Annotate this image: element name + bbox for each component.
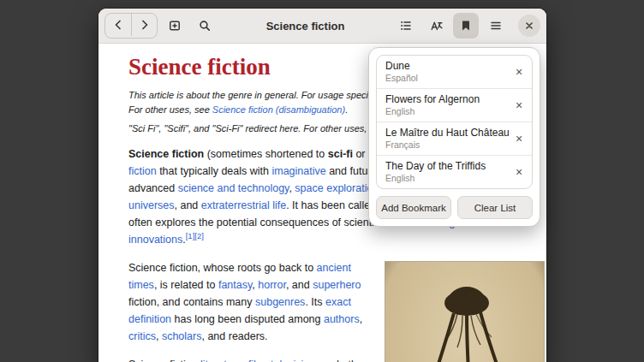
inline-link[interactable]: literature [200, 359, 242, 362]
inline-link[interactable]: horror [258, 279, 286, 291]
hamburger-menu-icon [489, 19, 503, 33]
bookmark-title: Flowers for Algernon [385, 93, 510, 106]
bookmark-icon [459, 19, 473, 33]
text-run: , [156, 330, 162, 342]
remove-bookmark-button[interactable]: × [510, 130, 528, 147]
bookmark-title: Dune [385, 60, 510, 73]
bookmark-language: Français [385, 139, 510, 151]
clear-list-button[interactable]: Clear List [457, 196, 533, 219]
menu-button[interactable] [483, 13, 509, 39]
text-run: , and readers. [201, 330, 267, 342]
add-bookmark-button[interactable]: Add Bookmark [376, 196, 451, 219]
close-window-button[interactable] [518, 15, 540, 37]
text-run: . Its [305, 296, 325, 308]
bookmarks-button[interactable] [453, 13, 479, 39]
inline-link[interactable]: science and technology [178, 182, 289, 194]
bookmark-title: Le Maître du Haut Château [385, 127, 510, 139]
bookmark-language: Español [385, 73, 510, 84]
text-run: fiction, and contains many [128, 296, 255, 308]
inline-link[interactable]: authors [324, 313, 360, 325]
bookmarks-popover: Dune Español × Flowers for Algernon Engl… [368, 47, 540, 227]
bookmark-row[interactable]: The Day of the Triffids English × [377, 155, 532, 188]
text-run: , is related to [154, 279, 218, 291]
chevron-right-icon [138, 18, 152, 32]
bookmark-row[interactable]: Dune Español × [377, 56, 532, 88]
back-button[interactable] [105, 14, 131, 36]
text-run: , [360, 313, 362, 325]
text-run: Science fiction [128, 148, 204, 160]
window-title: Science fiction [222, 20, 389, 33]
text-run: "Sci Fi", "Scifi", and "Sci-Fi" redirect… [128, 123, 387, 134]
inline-link[interactable]: superhero [313, 279, 361, 291]
text-run: that typically deals with [157, 165, 272, 177]
inline-link[interactable]: imaginative [271, 165, 325, 177]
bookmark-row[interactable]: Le Maître du Haut Château Français × [377, 122, 532, 155]
bookmarks-list: Dune Español × Flowers for Algernon Engl… [376, 55, 533, 189]
desktop-backdrop: Science fiction Science fiction This art… [0, 0, 644, 362]
toc-icon [399, 19, 413, 33]
header-bar: Science fiction [98, 9, 546, 44]
forward-button[interactable] [131, 14, 157, 36]
new-tab-icon [168, 19, 182, 33]
text-run: , and [175, 199, 201, 211]
text-run: (sometimes shortened to [204, 148, 328, 160]
inline-link[interactable]: Science fiction (disambiguation) [212, 104, 345, 115]
inline-link[interactable]: film [248, 359, 265, 362]
bookmark-language: English [385, 106, 510, 117]
inline-link[interactable]: scholars [162, 330, 202, 342]
search-button[interactable] [192, 13, 218, 39]
language-icon [429, 19, 443, 33]
nav-button-group [104, 13, 158, 39]
inline-link[interactable]: [2] [194, 231, 204, 240]
popover-actions: Add Bookmark Clear List [376, 196, 533, 219]
search-icon [198, 19, 212, 33]
language-button[interactable] [423, 13, 449, 39]
inline-link[interactable]: extraterrestrial life [201, 199, 286, 211]
text-run: . [345, 104, 348, 115]
remove-bookmark-button[interactable]: × [510, 163, 528, 181]
tripod-illustration [385, 262, 544, 362]
article-image[interactable] [385, 261, 545, 362]
inline-link[interactable]: [1] [186, 231, 195, 240]
inline-link[interactable]: critics [128, 330, 156, 342]
text-run: sci-fi [328, 148, 353, 160]
inline-link[interactable]: subgenres [255, 296, 305, 308]
bookmark-language: English [385, 173, 510, 184]
text-run: Science fiction, whose roots go back to [128, 262, 317, 274]
inline-link[interactable]: space exploration [295, 182, 379, 194]
toc-button[interactable] [393, 13, 419, 39]
inline-link[interactable]: television [271, 359, 315, 362]
text-run: has long been disputed among [171, 313, 324, 325]
text-run: , [242, 359, 248, 362]
bookmark-title: The Day of the Triffids [385, 160, 510, 173]
chevron-left-icon [111, 18, 125, 32]
close-icon [523, 20, 535, 32]
text-run: , and [286, 279, 313, 291]
remove-bookmark-button[interactable]: × [510, 63, 528, 80]
inline-link[interactable]: fantasy [218, 279, 252, 291]
text-run: or [353, 148, 368, 160]
text-run: Science fiction [128, 359, 200, 362]
bookmark-row[interactable]: Flowers for Algernon English × [377, 88, 532, 122]
remove-bookmark-button[interactable]: × [510, 97, 528, 114]
new-tab-button[interactable] [162, 13, 188, 39]
